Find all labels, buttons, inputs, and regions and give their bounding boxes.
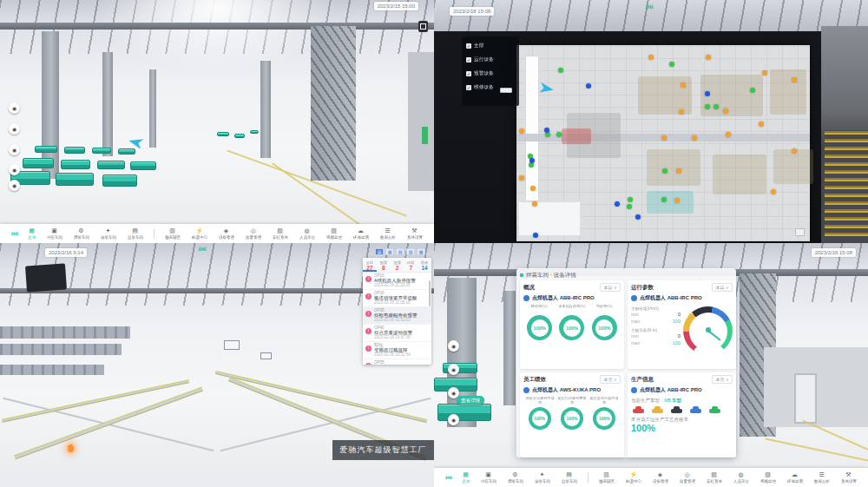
- agv-cart[interactable]: [61, 160, 90, 169]
- status-dot[interactable]: [635, 214, 641, 220]
- toolbar-item-logistics[interactable]: ▥物流园区: [598, 471, 615, 484]
- agv-cart[interactable]: [56, 173, 94, 186]
- alarm-list-item[interactable]: !B2线变频器过载故障2023-02-16 10:31:54: [363, 342, 431, 359]
- agv-cart[interactable]: [64, 147, 85, 154]
- toolbar-item-settings[interactable]: ⚒系统设置: [840, 471, 858, 484]
- status-dot[interactable]: [533, 233, 538, 238]
- agv-cart[interactable]: [23, 158, 54, 168]
- alarm-list-item[interactable]: !OP35焊枪电极帽寿命预警2023-02-16 10:52:03: [363, 307, 431, 325]
- period-select[interactable]: 本日 ∨: [712, 283, 733, 292]
- toolbar-item-personnel[interactable]: ◍人员定位: [299, 227, 316, 240]
- alarm-list-item[interactable]: !OP40焊点质量波动报警2023-02-16 10:47:36: [363, 325, 431, 342]
- alarm-stat-tab[interactable]: 全部27: [363, 258, 377, 272]
- poi-marker[interactable]: ◉: [448, 340, 459, 352]
- alarm-list-item[interactable]: !OP10A线机器人急停报警2023-02-16 11:20:25: [363, 273, 431, 290]
- fullscreen-icon[interactable]: [418, 21, 428, 32]
- toolbar-item-energy[interactable]: ⚡能源中心: [625, 471, 642, 484]
- status-dot[interactable]: [628, 197, 633, 202]
- alarm-list-item[interactable]: !OP55伺服电机温度偏高2023-02-16 10:12:40: [363, 359, 431, 365]
- toolbar-item-environment[interactable]: ☁环境监测: [352, 227, 370, 240]
- status-dot[interactable]: [706, 55, 711, 60]
- status-dot[interactable]: [679, 109, 684, 115]
- toolbar-item-energy[interactable]: ⚡能源中心: [191, 227, 208, 240]
- layer-toggle[interactable]: ✓运行设备: [466, 56, 515, 63]
- status-dot[interactable]: [519, 175, 524, 181]
- status-dot[interactable]: [532, 201, 537, 207]
- status-dot[interactable]: [661, 197, 667, 202]
- toolbar-item-analytics[interactable]: ☰数据分析: [813, 471, 831, 484]
- toolbar-item-equipment[interactable]: ◈设备管理: [218, 227, 235, 240]
- poi-marker[interactable]: ◉: [9, 180, 20, 191]
- poi-marker[interactable]: ◉: [9, 144, 20, 155]
- toolbar-item-painting[interactable]: ✦涂装车间: [100, 227, 117, 240]
- poi-marker[interactable]: ◉: [448, 364, 459, 375]
- status-dot[interactable]: [705, 104, 710, 109]
- status-dot[interactable]: [676, 168, 681, 174]
- toolbar-item-analytics[interactable]: ☰数据分析: [379, 227, 397, 240]
- toolbar-item-painting[interactable]: ✦涂装车间: [534, 471, 551, 484]
- toolbar-item-stamping[interactable]: ▣冲压车间: [480, 471, 497, 484]
- period-select[interactable]: 本日 ∨: [600, 283, 621, 292]
- status-dot[interactable]: [750, 88, 755, 93]
- layer-toggle[interactable]: ✓预警设备: [466, 69, 515, 77]
- map-zoom-button[interactable]: [795, 228, 805, 236]
- agv-cart[interactable]: [130, 161, 156, 170]
- status-dot[interactable]: [519, 128, 524, 134]
- toolbar-item-video[interactable]: ▨视频监控: [326, 227, 343, 240]
- status-dot[interactable]: [530, 186, 536, 191]
- poi-marker[interactable]: ◉: [9, 102, 20, 114]
- toolbar-item-quality[interactable]: ◎质量管理: [679, 471, 696, 484]
- toolbar-item-assembly[interactable]: ▤总装车间: [127, 227, 144, 240]
- alarm-mini-tab[interactable]: ▤: [375, 248, 384, 255]
- toolbar-item-personnel[interactable]: ◍人员定位: [733, 471, 750, 484]
- status-dot[interactable]: [544, 128, 549, 133]
- status-dot[interactable]: [762, 70, 767, 76]
- alarm-mini-tab[interactable]: ▩: [417, 248, 425, 255]
- toolbar-item-stamping[interactable]: ▣冲压车间: [46, 227, 63, 240]
- alarm-list-item[interactable]: !OP20输送链张紧异常提醒2023-02-16 11:05:18: [363, 290, 431, 307]
- status-dot[interactable]: [558, 68, 563, 73]
- view-details-button[interactable]: 查看详情: [457, 396, 484, 405]
- toolbar-item-overview[interactable]: ▦总览: [28, 227, 36, 240]
- status-dot[interactable]: [615, 201, 620, 207]
- alarm-stat-tab[interactable]: 维修14: [418, 258, 431, 272]
- status-dot[interactable]: [681, 82, 686, 88]
- layer-toggle[interactable]: ✓全部: [466, 42, 515, 49]
- alarm-mini-tab[interactable]: ▦: [385, 248, 394, 255]
- status-dot[interactable]: [692, 135, 697, 141]
- agv-cart[interactable]: [217, 132, 229, 136]
- status-dot[interactable]: [705, 91, 710, 96]
- alarm-stat-tab[interactable]: 故障7: [404, 258, 418, 272]
- toolbar-item-quality[interactable]: ◎质量管理: [245, 227, 262, 240]
- toolbar-item-andon[interactable]: ▧安灯系统: [272, 227, 289, 240]
- toolbar-item-assembly[interactable]: ▤总装车间: [561, 471, 578, 484]
- agv-cart[interactable]: [102, 174, 137, 187]
- agv-cart[interactable]: [92, 148, 111, 154]
- status-dot[interactable]: [662, 168, 667, 174]
- status-dot[interactable]: [792, 77, 797, 82]
- period-select[interactable]: 本月 ∨: [712, 375, 733, 384]
- agv-cart[interactable]: [234, 134, 245, 138]
- agv-cart[interactable]: [437, 404, 491, 421]
- status-dot[interactable]: [713, 104, 719, 109]
- collapse-map-button[interactable]: [500, 88, 512, 93]
- alarm-stat-tab[interactable]: 报警2: [391, 258, 404, 272]
- toolbar-item-logistics[interactable]: ▥物流园区: [164, 227, 181, 240]
- agv-cart[interactable]: [35, 146, 57, 153]
- poi-marker[interactable]: ◉: [9, 123, 20, 135]
- alarm-stat-tab[interactable]: 预警8: [377, 258, 391, 272]
- toolbar-item-overview[interactable]: ▦总览: [462, 471, 470, 484]
- toolbar-item-welding[interactable]: ⚙焊装车间: [73, 227, 90, 240]
- toolbar-item-welding[interactable]: ⚙焊装车间: [507, 471, 524, 484]
- status-dot[interactable]: [669, 62, 674, 67]
- status-dot[interactable]: [556, 132, 562, 137]
- agv-cart[interactable]: [118, 148, 135, 155]
- alarm-mini-tab[interactable]: ▧: [396, 248, 404, 255]
- status-dot[interactable]: [648, 55, 654, 60]
- poi-marker[interactable]: ◉: [448, 414, 459, 425]
- status-dot[interactable]: [771, 189, 776, 194]
- scrollbar[interactable]: [429, 280, 431, 306]
- status-dot[interactable]: [586, 83, 591, 89]
- status-dot[interactable]: [726, 132, 731, 137]
- status-dot[interactable]: [529, 158, 535, 163]
